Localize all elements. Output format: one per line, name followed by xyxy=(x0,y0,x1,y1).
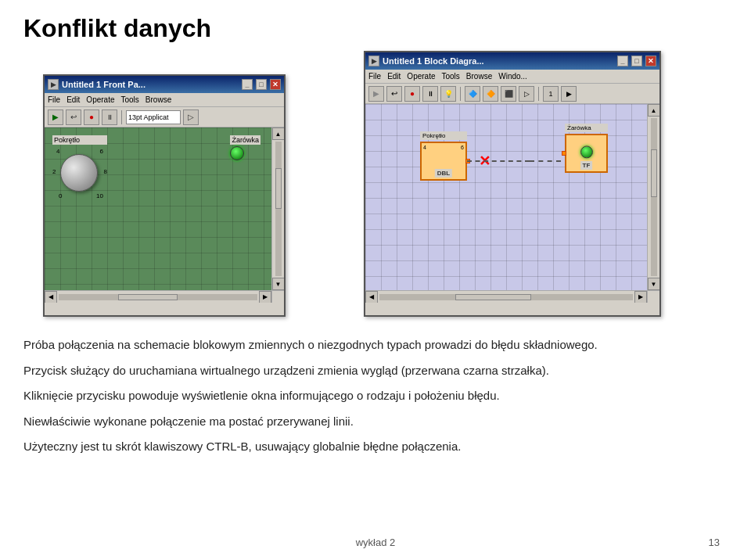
right-run-btn[interactable]: ▶ xyxy=(368,86,384,102)
paragraph-4: Niewłaściwie wykonane połączenie ma post… xyxy=(23,413,728,431)
left-scroll-corner xyxy=(271,290,284,303)
left-canvas: Pokrętło 4 6 2 8 0 10 Żarówka ◀ ▶ ▲ xyxy=(45,127,284,303)
left-window-icon: ▶ xyxy=(48,79,59,90)
right-minimize-btn[interactable]: _ xyxy=(617,56,628,66)
bulb-widget[interactable]: Żarówka xyxy=(230,135,261,160)
right-menu-operate[interactable]: Operate xyxy=(407,72,435,81)
left-vscroll-down[interactable]: ▼ xyxy=(272,278,285,290)
left-hscroll-thumb[interactable] xyxy=(118,294,178,300)
left-hscrollbar[interactable]: ◀ ▶ xyxy=(45,290,271,303)
right-menu-file[interactable]: File xyxy=(368,72,381,81)
right-btn5[interactable]: ⬛ xyxy=(501,86,516,102)
right-vscroll-down[interactable]: ▼ xyxy=(648,278,660,290)
right-hscroll-left[interactable]: ◀ xyxy=(365,291,378,303)
left-vscroll-track[interactable] xyxy=(275,142,282,276)
knob-body[interactable]: 4 6 2 8 0 10 xyxy=(52,146,107,201)
footer-page: 13 xyxy=(709,537,720,548)
left-run-btn[interactable] xyxy=(48,109,63,125)
right-menu-tools[interactable]: Tools xyxy=(442,72,460,81)
left-menu-edit[interactable]: Edit xyxy=(66,95,80,104)
right-toolbar-sep2 xyxy=(538,87,539,101)
right-btn4[interactable]: 🔶 xyxy=(483,86,498,102)
left-menu-file[interactable]: File xyxy=(48,95,60,104)
left-close-btn[interactable]: ✕ xyxy=(270,79,281,90)
right-menu-browse[interactable]: Browse xyxy=(466,72,492,81)
knob-scale-bl: 0 xyxy=(59,192,62,199)
right-stop-btn[interactable]: ● xyxy=(404,86,420,102)
bd-knob-num1: 4 xyxy=(423,145,426,150)
bd-bulb-led xyxy=(580,145,593,158)
bulb-circle xyxy=(230,146,244,160)
left-arrow-btn[interactable] xyxy=(183,109,199,125)
left-menu-tools[interactable]: Tools xyxy=(121,95,139,104)
left-hscroll-right[interactable]: ▶ xyxy=(259,291,271,303)
left-vscrollbar[interactable]: ▲ ▼ xyxy=(271,127,284,290)
knob-label: Pokrętło xyxy=(52,135,107,145)
bd-dashed-wire xyxy=(467,160,530,162)
right-menu-edit[interactable]: Edit xyxy=(387,72,401,81)
left-window-titlebar: ▶ Untitled 1 Front Pa... _ □ ✕ xyxy=(45,76,284,93)
left-toolbar: 13pt Applicat xyxy=(45,107,284,127)
left-pause-btn[interactable] xyxy=(102,109,117,125)
text-section: Próba połączenia na schemacie blokowym z… xyxy=(23,336,728,464)
bd-bulb-node[interactable]: Żarówka TF xyxy=(565,124,608,173)
right-close-btn[interactable]: ✕ xyxy=(645,56,656,66)
right-toolbar-sep1 xyxy=(460,87,461,101)
knob-scale-ml: 2 xyxy=(52,168,56,175)
left-maximize-btn[interactable]: □ xyxy=(256,79,267,90)
knob-widget[interactable]: Pokrętło 4 6 2 8 0 10 xyxy=(52,135,107,201)
right-pause-btn[interactable]: ⏸ xyxy=(422,86,438,102)
right-hscroll-right[interactable]: ▶ xyxy=(634,291,647,303)
footer: wykład 2 13 xyxy=(0,537,751,548)
left-back-btn[interactable] xyxy=(66,109,81,125)
right-vscrollbar[interactable]: ▲ ▼ xyxy=(647,104,659,290)
right-arr-btn[interactable]: ▶ xyxy=(561,86,577,102)
bd-bulb-label: Żarówka xyxy=(565,124,608,132)
right-toolbar: ▶ ↩ ● ⏸ 💡 🔷 🔶 ⬛ ▷ 1 ▶ xyxy=(365,84,659,104)
left-minimize-btn[interactable]: _ xyxy=(242,79,253,90)
right-bulb-btn[interactable]: 💡 xyxy=(440,86,456,102)
right-vscroll-thumb[interactable] xyxy=(651,149,657,197)
knob-scale-tr: 6 xyxy=(100,148,103,155)
right-window-title: Untitled 1 Block Diagra... xyxy=(383,56,614,66)
paragraph-3: Kliknięcie przycisku powoduje wyświetlen… xyxy=(23,387,728,405)
left-toolbar-sep xyxy=(121,110,122,124)
right-btn6[interactable]: ▷ xyxy=(519,86,534,102)
right-hscroll-thumb[interactable] xyxy=(455,294,531,300)
bd-bulb-input-port xyxy=(562,151,566,156)
bd-knob-num2: 6 xyxy=(461,145,464,150)
right-maximize-btn[interactable]: □ xyxy=(631,56,642,66)
footer-label: wykład 2 xyxy=(356,537,396,548)
left-stop-btn[interactable] xyxy=(84,109,99,125)
left-vscroll-up[interactable]: ▲ xyxy=(272,127,285,140)
right-window-icon: ▶ xyxy=(368,56,379,66)
right-menu-window[interactable]: Windo... xyxy=(498,72,527,81)
right-hscrollbar[interactable]: ◀ ▶ xyxy=(365,290,647,303)
right-canvas: Pokrętło 4 6 DBL ✕ Żarówka TF xyxy=(365,104,659,303)
bd-bulb-box[interactable]: TF xyxy=(565,134,608,173)
left-window-title: Untitled 1 Front Pa... xyxy=(62,80,239,89)
knob-circle[interactable] xyxy=(60,154,98,192)
bd-knob-box[interactable]: 4 6 DBL xyxy=(420,142,467,181)
right-vscroll-up[interactable]: ▲ xyxy=(648,104,660,117)
left-hscroll-left[interactable]: ◀ xyxy=(45,291,57,303)
right-vscroll-track[interactable] xyxy=(651,118,657,276)
bulb-label: Żarówka xyxy=(230,135,261,145)
bd-dashed-wire2 xyxy=(530,160,561,162)
right-window-titlebar: ▶ Untitled 1 Block Diagra... _ □ ✕ xyxy=(365,52,659,70)
bd-bulb-type: TF xyxy=(580,161,593,170)
bd-knob-node[interactable]: Pokrętło 4 6 DBL xyxy=(420,131,467,181)
left-font-dropdown[interactable]: 13pt Applicat xyxy=(126,110,181,124)
right-back-btn[interactable]: ↩ xyxy=(386,86,402,102)
left-menu-operate[interactable]: Operate xyxy=(86,95,114,104)
right-btn3[interactable]: 🔷 xyxy=(465,86,480,102)
paragraph-1: Próba połączenia na schemacie blokowym z… xyxy=(23,336,728,354)
bd-knob-type: DBL xyxy=(435,169,452,178)
left-menu-browse[interactable]: Browse xyxy=(146,95,171,104)
right-hscroll-track[interactable] xyxy=(379,294,633,300)
page-title: Konflikt danych xyxy=(23,14,211,43)
left-vscroll-thumb[interactable] xyxy=(275,168,282,209)
right-num-btn[interactable]: 1 xyxy=(543,86,559,102)
left-hscroll-track[interactable] xyxy=(59,294,257,300)
front-panel-window: ▶ Untitled 1 Front Pa... _ □ ✕ File Edit… xyxy=(43,74,286,317)
